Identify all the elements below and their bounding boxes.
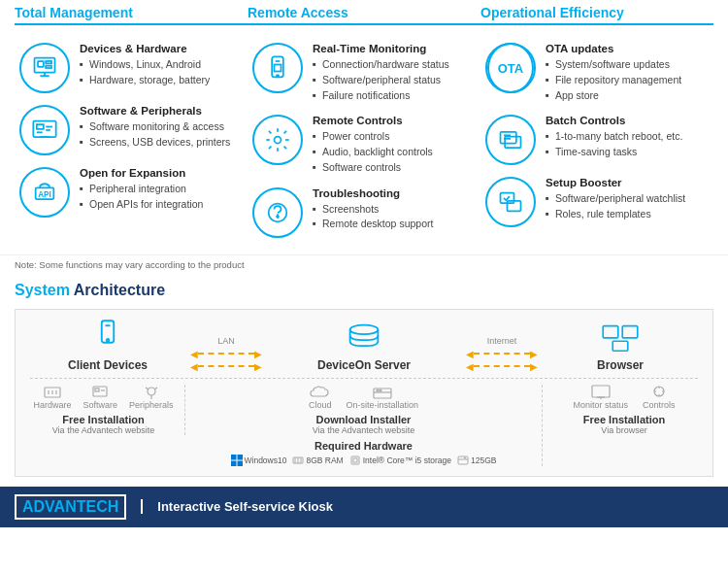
feature-devices-hardware-content: Devices & Hardware Windows, Linux, Andro…	[80, 43, 243, 88]
feature-realtime-monitoring-title: Real-Time Monitoring	[313, 43, 476, 54]
svg-rect-61	[237, 460, 243, 466]
server-install-title: Download Installer	[316, 414, 412, 425]
bullet-item: Roles, rule templates	[546, 207, 709, 222]
client-devices-node: Client Devices	[30, 320, 185, 372]
bullet-item: Screenshots	[313, 202, 476, 218]
svg-point-17	[277, 75, 279, 77]
bullet-item: Audio, backlight controls	[313, 145, 476, 160]
feature-batch-controls-bullets: 1-to-many batch reboot, etc. Time-saving…	[546, 129, 709, 160]
open-expansion-icon: API	[19, 167, 70, 218]
bullet-item: App store	[546, 88, 709, 104]
bullet-item: Peripheral integration	[80, 182, 243, 197]
bullet-item: Software/peripheral watchlist	[546, 191, 709, 207]
svg-line-25	[269, 147, 271, 149]
bullet-item: System/software updates	[546, 57, 709, 73]
svg-rect-66	[351, 456, 359, 464]
feature-troubleshooting-title: Troubleshooting	[313, 187, 476, 199]
feature-realtime-monitoring-bullets: Connection/hardware status Software/peri…	[313, 57, 476, 103]
svg-rect-7	[37, 124, 44, 129]
req-windows: Windows10	[231, 455, 287, 466]
ota-updates-icon: OTA	[485, 43, 536, 93]
svg-point-18	[275, 137, 281, 144]
feature-troubleshooting: Troubleshooting Screenshots Remote deskt…	[252, 187, 476, 238]
server-req-title: Required Hardware	[314, 440, 413, 452]
devices-hardware-icon	[19, 43, 70, 93]
svg-rect-16	[275, 65, 281, 72]
svg-point-28	[277, 216, 279, 218]
client-peripherals-label: Peripherals	[129, 400, 174, 410]
ota-circle: OTA	[487, 43, 534, 93]
client-software-label: Software	[83, 400, 117, 410]
svg-rect-58	[231, 455, 237, 460]
footer-logo-suffix: ANTECH	[54, 498, 119, 515]
internet-arrow-area: Internet ◀ ▶ ◀ ▶	[461, 336, 543, 372]
feature-open-expansion-title: Open for Expansion	[80, 167, 243, 179]
software-peripherals-icon	[19, 105, 70, 155]
feature-software-peripherals: Software & Peripherals Software monitori…	[19, 105, 243, 155]
client-install-sub: Via the Advantech website	[52, 425, 154, 435]
svg-text:API: API	[38, 190, 51, 199]
bullet-item: Failure notifications	[313, 88, 476, 104]
feature-open-expansion: API Open for Expansion Peripheral integr…	[19, 167, 243, 218]
svg-point-57	[380, 389, 381, 391]
footer-logo-accent: V	[45, 498, 53, 515]
troubleshooting-icon	[252, 187, 303, 238]
svg-rect-68	[458, 456, 468, 464]
client-hardware-label: Hardware	[33, 400, 71, 410]
browser-monitor-sub: Monitor status	[573, 385, 628, 410]
feature-remote-controls-title: Remote Controls	[313, 115, 476, 126]
feature-troubleshooting-bullets: Screenshots Remote desktop support	[313, 202, 476, 233]
client-hardware-sub: Hardware	[33, 385, 71, 410]
svg-rect-3	[46, 66, 51, 68]
browser-title: Browser	[597, 358, 644, 372]
req-ram-label: 8GB RAM	[306, 456, 343, 465]
column-total-management: Devices & Hardware Windows, Linux, Andro…	[15, 43, 248, 250]
svg-rect-60	[231, 460, 237, 466]
arch-title-blue: System	[15, 282, 74, 298]
svg-rect-30	[501, 132, 516, 144]
svg-rect-40	[603, 325, 618, 337]
svg-rect-42	[612, 341, 628, 351]
lan-label: LAN	[217, 336, 235, 346]
arch-title-dark: Architecture	[74, 282, 165, 298]
browser-node: Browser	[543, 320, 698, 372]
svg-line-52	[146, 388, 149, 389]
svg-rect-67	[353, 458, 357, 462]
client-sub-col: Hardware Software Peripherals Free Insta…	[30, 385, 185, 435]
feature-devices-hardware-title: Devices & Hardware	[80, 43, 243, 54]
browser-install-title: Free Installation	[583, 414, 665, 425]
bullet-item: Open APIs for integration	[80, 197, 243, 213]
req-cpu: Intel® Core™ i5 storage	[349, 455, 451, 466]
feature-setup-booster-bullets: Software/peripheral watchlist Roles, rul…	[546, 191, 709, 222]
bullet-item: Time-saving tasks	[546, 145, 709, 160]
feature-batch-controls: Batch Controls 1-to-many batch reboot, e…	[485, 115, 709, 165]
server-install-sub: Via the Advantech website	[313, 425, 414, 435]
server-cloud-label: Cloud	[309, 400, 332, 410]
feature-open-expansion-bullets: Peripheral integration Open APIs for int…	[80, 182, 243, 213]
svg-line-23	[269, 131, 271, 133]
req-ram: 8GB RAM	[292, 455, 343, 466]
server-onsite-label: On-site-installation	[346, 400, 418, 410]
svg-rect-1	[38, 61, 44, 67]
bullet-item: Software controls	[313, 160, 476, 176]
feature-devices-hardware: Devices & Hardware Windows, Linux, Andro…	[19, 43, 243, 93]
req-items-row: Windows10 8GB RAM Intel® Core™ i5 storag…	[231, 455, 497, 466]
deviceon-server-title: DeviceOn Server	[317, 358, 411, 372]
bullet-item: Connection/hardware status	[313, 57, 476, 73]
browser-sub-col: Monitor status Controls Free Installatio…	[543, 385, 698, 435]
footer-logo: ADVANTECH	[15, 494, 126, 520]
bullet-item: 1-to-many batch reboot, etc.	[546, 129, 709, 145]
feature-ota-updates-title: OTA updates	[546, 43, 709, 54]
bullet-item: Software monitoring & access	[80, 119, 243, 135]
arch-title: System Architecture	[15, 282, 713, 299]
svg-point-70	[464, 456, 465, 457]
client-peripherals-sub: Peripherals	[129, 385, 174, 410]
svg-point-50	[148, 388, 155, 395]
client-software-sub: Software	[83, 385, 117, 410]
feature-troubleshooting-content: Troubleshooting Screenshots Remote deskt…	[313, 187, 476, 233]
client-devices-title: Client Devices	[68, 358, 148, 372]
setup-booster-icon	[485, 177, 536, 227]
column-operational-efficiency: OTA OTA updates System/software updates …	[480, 43, 713, 250]
svg-line-53	[154, 388, 157, 389]
bullet-item: Hardware, storage, battery	[80, 73, 243, 88]
